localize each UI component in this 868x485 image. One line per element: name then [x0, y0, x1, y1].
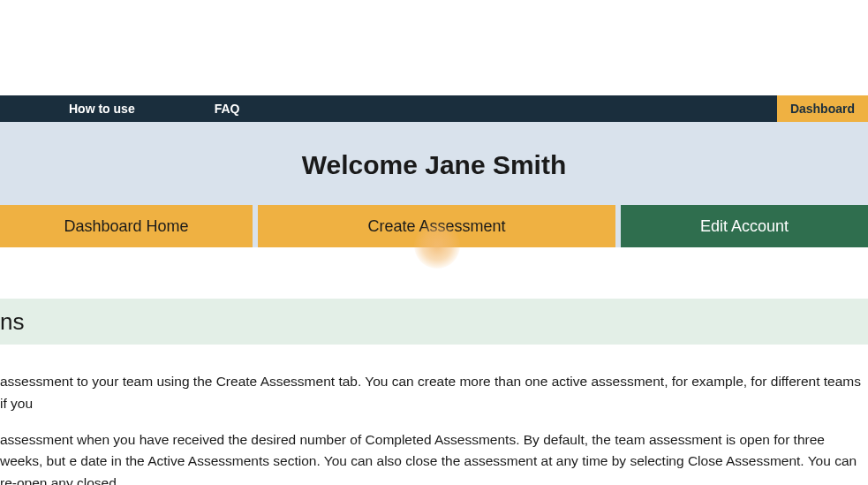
tab-create-assessment-label: Create Assessment: [367, 217, 505, 236]
tab-dashboard-home[interactable]: Dashboard Home: [0, 205, 253, 247]
nav-faq[interactable]: FAQ: [197, 102, 258, 116]
body-paragraph-2: assessment when you have received the de…: [0, 429, 864, 485]
tab-edit-account[interactable]: Edit Account: [621, 205, 868, 247]
section-title: ns: [0, 308, 24, 336]
nav-right-container: Dashboard: [777, 95, 868, 122]
body-content: assessment to your team using the Create…: [0, 345, 868, 485]
top-navigation: How to use FAQ Dashboard: [0, 95, 868, 122]
nav-how-to-use[interactable]: How to use: [51, 102, 153, 116]
tab-create-assessment[interactable]: Create Assessment: [258, 205, 615, 247]
tab-row: Dashboard Home Create Assessment Edit Ac…: [0, 205, 868, 247]
welcome-title: Welcome Jane Smith: [0, 150, 868, 180]
welcome-banner: Welcome Jane Smith Dashboard Home Create…: [0, 122, 868, 247]
section-header: ns: [0, 299, 868, 345]
content-spacer: [0, 247, 868, 299]
body-paragraph-1: assessment to your team using the Create…: [0, 371, 864, 415]
nav-dashboard[interactable]: Dashboard: [790, 102, 855, 116]
top-spacer: [0, 0, 868, 95]
